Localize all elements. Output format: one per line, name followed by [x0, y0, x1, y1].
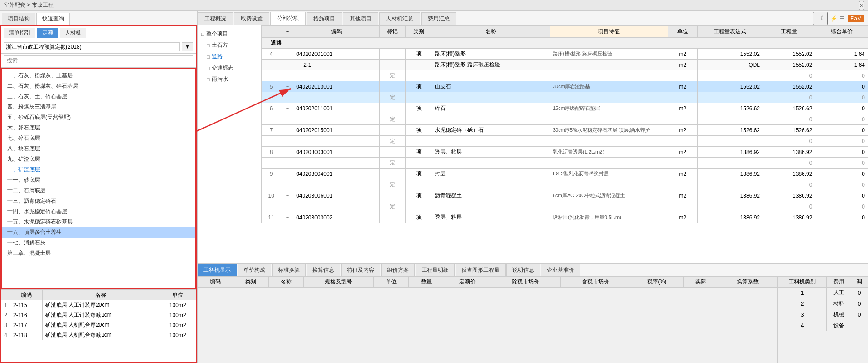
table-row[interactable]: 定 0 0: [262, 114, 868, 125]
tree-item[interactable]: 三、石灰、土、碎石基层: [2, 91, 195, 102]
bottom-tab[interactable]: 单价构成: [238, 264, 271, 276]
tree-nav-item[interactable]: □交通标志: [198, 62, 261, 74]
table-row[interactable]: 定 0 0: [262, 201, 868, 212]
tree-nav-item[interactable]: □整个项目: [198, 28, 261, 40]
quota-dropdown-btn[interactable]: ▼: [182, 42, 193, 51]
table-row[interactable]: 8 － 040203003001 项 透层、粘层 乳化沥青透层(1.2L/m2）…: [262, 147, 868, 158]
bottom-main-col-header: 除税市场价: [491, 277, 560, 288]
bottom-right-row: 3 机械 0: [778, 309, 868, 320]
tree-item[interactable]: 第三章、混凝土层: [2, 248, 195, 259]
bottom-main-col-header: 实际: [683, 277, 719, 288]
tree-item[interactable]: 十六、顶层多合土养生: [2, 227, 195, 238]
tree-item[interactable]: 七、碎石底层: [2, 133, 195, 144]
bottom-tab[interactable]: 企业基准价: [541, 264, 580, 276]
tab-project-structure[interactable]: 项目结构: [2, 13, 35, 25]
th-qty: 工程量: [763, 26, 815, 38]
table-row[interactable]: 10 － 040203006001 项 沥青混凝土 6cm厚AC-20C中粒式沥…: [262, 190, 868, 201]
table-row[interactable]: 2-1 路床(槽)整形 路床碾压检验 m2 QDL 1552.02 1.64: [262, 60, 868, 70]
left-panel-inner: 清单指引 定额 人材机 ▼ 一、石灰、粉煤灰、土基层二、石灰、粉煤灰、碎石基层三…: [0, 25, 197, 363]
right-panel: 工程概况取费设置分部分项措施项目其他项目人材机汇总费用汇总 《 ⚡ ☰ EaM …: [198, 11, 868, 363]
bottom-section: 工料机显示单价构成标准换算换算信息特征及内容组价方案工程量明细反查图形工程量说明…: [198, 263, 868, 363]
bottom-tab[interactable]: 工程量明细: [416, 264, 455, 276]
bottom-right-col-header: 工料机类别: [778, 277, 827, 288]
main-layout: 项目结构 快速查询 清单指引 定额 人材机 ▼ 一、石灰、粉煤灰、土基层二、石灰…: [0, 11, 868, 363]
quota-table-row[interactable]: 3 2-117 矿渣底层 人机配合厚20cm 100m2: [1, 320, 196, 330]
tab-labor-material[interactable]: 人材机: [60, 28, 86, 38]
bottom-tabs: 工料机显示单价构成标准换算换算信息特征及内容组价方案工程量明细反查图形工程量说明…: [198, 264, 868, 276]
table-row[interactable]: 定 0 0: [262, 70, 868, 81]
nav-tab-取费设置[interactable]: 取费设置: [234, 12, 269, 25]
bottom-tab[interactable]: 特征及内容: [341, 264, 380, 276]
nav-tab-人材机汇总[interactable]: 人材机汇总: [379, 12, 420, 25]
nav-tab-措施项目[interactable]: 措施项目: [307, 12, 342, 25]
left-tabs: 项目结构 快速查询: [0, 11, 197, 25]
bottom-tab[interactable]: 标准换算: [272, 264, 306, 276]
content-area: □整个项目□土石方□道路□交通标志□雨污水: [198, 25, 868, 263]
table-row[interactable]: 定 0 0: [262, 92, 868, 103]
left-panel: 项目结构 快速查询 清单指引 定额 人材机 ▼ 一、石灰、粉煤灰、土基层二、石灰…: [0, 11, 198, 363]
bottom-main-col-header: 含税市场价: [560, 277, 630, 288]
quota-table-row[interactable]: 2 2-116 矿渣底层 人工铺装每减1cm 100m2: [1, 310, 196, 320]
tree-item[interactable]: 十七、消解石灰: [2, 238, 195, 248]
bottom-tab[interactable]: 说明信息: [506, 264, 540, 276]
tree-item[interactable]: 十四、水泥稳定碎石基层: [2, 206, 195, 217]
th-mark: 标记: [379, 26, 406, 38]
bottom-main-table-area: 编码类别名称规格及型号单位数量定额价除税市场价含税市场价税率(%)实际换算系数: [198, 276, 777, 363]
bottom-main-col-header: 类别: [233, 277, 268, 288]
nav-tab-工程概况[interactable]: 工程概况: [198, 12, 233, 25]
tree-item[interactable]: 十二、石屑底层: [2, 185, 195, 196]
tree-item[interactable]: 十五、水泥稳定碎石砂基层: [2, 217, 195, 227]
quota-table-row[interactable]: 1 2-115 矿渣底层 人工铺装厚20cm 100m2: [1, 300, 196, 310]
bottom-tab[interactable]: 换算信息: [307, 264, 340, 276]
table-section-header: 道路: [262, 38, 868, 49]
quota-select-input[interactable]: [4, 42, 180, 51]
tree-item[interactable]: 四、粉煤灰三渣基层: [2, 102, 195, 112]
nav-tab-其他项目[interactable]: 其他项目: [343, 12, 378, 25]
tree-nav-item[interactable]: □土石方: [198, 40, 261, 51]
bottom-tab[interactable]: 反查图形工程量: [456, 264, 506, 276]
table-row[interactable]: 11 － 040203003002 项 透层、粘层 设粘层(乳化沥青，用量0.5…: [262, 212, 868, 223]
th-expr: 工程量表达式: [697, 26, 763, 38]
bottom-main-col-header: 单位: [373, 277, 409, 288]
search-input[interactable]: [4, 55, 193, 65]
tree-list: 一、石灰、粉煤灰、土基层二、石灰、粉煤灰、碎石基层三、石灰、土、碎石基层四、粉煤…: [1, 68, 196, 289]
bottom-main-col-header: 定额价: [444, 277, 491, 288]
nav-tab-分部分项[interactable]: 分部分项: [270, 12, 306, 25]
tab-quota[interactable]: 定额: [37, 28, 58, 38]
table-row[interactable]: 9 － 040203004001 项 封层 ES-2型乳化沥青稀浆封层 m2 1…: [262, 169, 868, 179]
tab-quick-search[interactable]: 快速查询: [36, 13, 70, 25]
tree-item[interactable]: 十三、沥青稳定碎石: [2, 196, 195, 206]
table-row[interactable]: 5 － 040202013001 项 山皮石 30cm厚宕渣路基 m2 1552…: [262, 81, 868, 92]
quota-table: 编码 名称 单位 1 2-115 矿渣底层 人工铺装厚20cm 100m2 2 …: [1, 290, 196, 340]
tree-nav-item[interactable]: □雨污水: [198, 74, 261, 85]
bottom-main-col-header: 换算系数: [719, 277, 777, 288]
close-button[interactable]: ×: [859, 1, 864, 10]
tree-item[interactable]: 十、矿渣底层: [2, 164, 195, 175]
bottom-tab[interactable]: 工料机显示: [198, 264, 237, 276]
tree-nav-label: 整个项目: [206, 30, 228, 38]
bottom-tab[interactable]: 组价方案: [381, 264, 415, 276]
th-expand: －: [281, 26, 294, 38]
table-row[interactable]: 6 － 040202011001 项 碎石 15cm厚级配碎石垫层 m2 152…: [262, 103, 868, 114]
folder-icon: □: [207, 54, 210, 60]
table-row[interactable]: 定 0 0: [262, 158, 868, 169]
tree-item[interactable]: 八、块石底层: [2, 144, 195, 154]
tree-item[interactable]: 一、石灰、粉煤灰、土基层: [2, 70, 195, 81]
table-row[interactable]: 定 0 0: [262, 179, 868, 190]
tree-item[interactable]: 九、矿渣底层: [2, 154, 195, 164]
collapse-btn[interactable]: 《: [813, 12, 828, 25]
nav-tab-费用汇总[interactable]: 费用汇总: [421, 12, 456, 25]
search-box: [1, 54, 196, 68]
table-row[interactable]: 7 － 040202015001 项 水泥稳定碎（砾）石 30cm厚5%水泥稳定…: [262, 125, 868, 136]
quota-table-row[interactable]: 4 2-118 矿渣底层 人机配合每减1cm 100m2: [1, 330, 196, 340]
tree-item[interactable]: 六、卵石底层: [2, 123, 195, 133]
tree-item[interactable]: 二、石灰、粉煤灰、碎石基层: [2, 81, 195, 91]
table-row[interactable]: 4 － 040202001001 项 路床(槽)整形 路床(槽)整形 路床碾压检…: [262, 49, 868, 60]
th-feature: 项目特征: [550, 26, 668, 38]
tree-item[interactable]: 十一、砂底层: [2, 175, 195, 185]
table-row[interactable]: 定 0 0: [262, 136, 868, 147]
tree-item[interactable]: 五、砂砾石底层(天然级配): [2, 112, 195, 123]
tree-nav-item[interactable]: □道路: [198, 51, 261, 62]
icon2: ☰: [840, 15, 845, 22]
tab-checklist-guide[interactable]: 清单指引: [4, 28, 35, 38]
